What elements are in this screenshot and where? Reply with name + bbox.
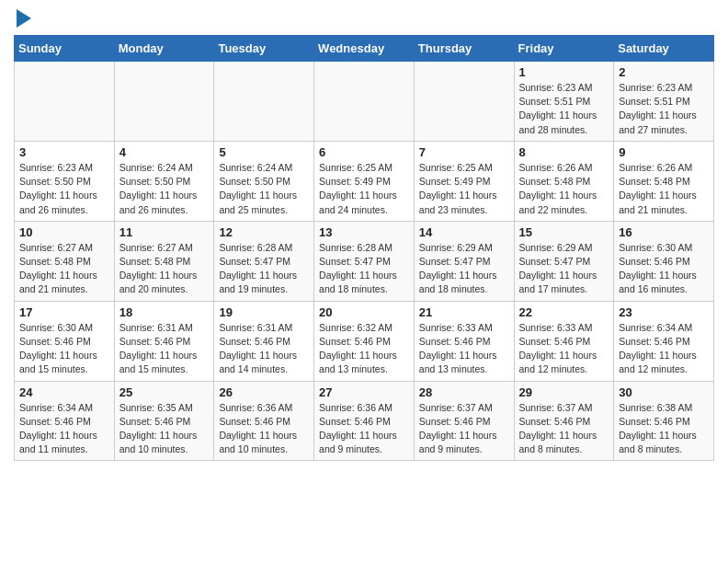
calendar-day-cell: 29Sunrise: 6:37 AM Sunset: 5:46 PM Dayli… xyxy=(514,381,614,461)
day-info: Sunrise: 6:34 AM Sunset: 5:46 PM Dayligh… xyxy=(619,321,709,377)
day-info: Sunrise: 6:33 AM Sunset: 5:46 PM Dayligh… xyxy=(519,321,609,377)
calendar-day-cell: 13Sunrise: 6:28 AM Sunset: 5:47 PM Dayli… xyxy=(314,221,415,301)
calendar-day-cell: 21Sunrise: 6:33 AM Sunset: 5:46 PM Dayli… xyxy=(414,301,514,381)
day-number: 9 xyxy=(619,145,709,159)
calendar-day-cell: 28Sunrise: 6:37 AM Sunset: 5:46 PM Dayli… xyxy=(414,381,514,461)
calendar-day-cell: 15Sunrise: 6:29 AM Sunset: 5:47 PM Dayli… xyxy=(514,221,614,301)
calendar-week-row: 1Sunrise: 6:23 AM Sunset: 5:51 PM Daylig… xyxy=(15,62,714,142)
calendar-day-cell: 14Sunrise: 6:29 AM Sunset: 5:47 PM Dayli… xyxy=(414,221,514,301)
calendar-day-cell xyxy=(214,62,314,142)
day-info: Sunrise: 6:23 AM Sunset: 5:50 PM Dayligh… xyxy=(19,161,109,217)
day-number: 4 xyxy=(119,145,210,159)
day-info: Sunrise: 6:26 AM Sunset: 5:48 PM Dayligh… xyxy=(519,161,609,217)
day-info: Sunrise: 6:28 AM Sunset: 5:47 PM Dayligh… xyxy=(219,241,309,297)
day-info: Sunrise: 6:25 AM Sunset: 5:49 PM Dayligh… xyxy=(319,161,409,217)
calendar-day-cell: 26Sunrise: 6:36 AM Sunset: 5:46 PM Dayli… xyxy=(214,381,314,461)
calendar-day-cell: 2Sunrise: 6:23 AM Sunset: 5:51 PM Daylig… xyxy=(614,62,714,142)
day-info: Sunrise: 6:24 AM Sunset: 5:50 PM Dayligh… xyxy=(219,161,309,217)
calendar-day-cell: 17Sunrise: 6:30 AM Sunset: 5:46 PM Dayli… xyxy=(15,301,115,381)
page-header xyxy=(14,9,714,28)
day-number: 10 xyxy=(19,225,109,239)
logo xyxy=(14,9,31,28)
day-info: Sunrise: 6:29 AM Sunset: 5:47 PM Dayligh… xyxy=(419,241,509,297)
calendar-week-row: 17Sunrise: 6:30 AM Sunset: 5:46 PM Dayli… xyxy=(15,301,714,381)
day-info: Sunrise: 6:25 AM Sunset: 5:49 PM Dayligh… xyxy=(419,161,509,217)
day-number: 2 xyxy=(619,65,709,79)
calendar-day-cell xyxy=(414,62,514,142)
day-number: 6 xyxy=(319,145,409,159)
calendar-day-cell: 12Sunrise: 6:28 AM Sunset: 5:47 PM Dayli… xyxy=(214,221,314,301)
day-info: Sunrise: 6:31 AM Sunset: 5:46 PM Dayligh… xyxy=(119,321,210,377)
calendar-day-cell: 22Sunrise: 6:33 AM Sunset: 5:46 PM Dayli… xyxy=(514,301,614,381)
calendar-day-cell: 20Sunrise: 6:32 AM Sunset: 5:46 PM Dayli… xyxy=(314,301,415,381)
calendar-day-cell: 24Sunrise: 6:34 AM Sunset: 5:46 PM Dayli… xyxy=(15,381,115,461)
day-number: 13 xyxy=(319,225,409,239)
day-info: Sunrise: 6:23 AM Sunset: 5:51 PM Dayligh… xyxy=(519,81,609,137)
day-number: 30 xyxy=(619,385,709,399)
day-number: 21 xyxy=(419,305,509,319)
calendar-day-cell: 16Sunrise: 6:30 AM Sunset: 5:46 PM Dayli… xyxy=(614,221,714,301)
day-number: 18 xyxy=(119,305,210,319)
day-info: Sunrise: 6:34 AM Sunset: 5:46 PM Dayligh… xyxy=(19,401,109,457)
weekday-header-cell: Wednesday xyxy=(314,36,415,62)
calendar-day-cell: 10Sunrise: 6:27 AM Sunset: 5:48 PM Dayli… xyxy=(15,221,115,301)
weekday-header-cell: Thursday xyxy=(414,36,514,62)
day-number: 20 xyxy=(319,305,409,319)
calendar-day-cell: 4Sunrise: 6:24 AM Sunset: 5:50 PM Daylig… xyxy=(114,141,214,221)
calendar-day-cell: 23Sunrise: 6:34 AM Sunset: 5:46 PM Dayli… xyxy=(614,301,714,381)
calendar-day-cell: 18Sunrise: 6:31 AM Sunset: 5:46 PM Dayli… xyxy=(114,301,214,381)
calendar-week-row: 3Sunrise: 6:23 AM Sunset: 5:50 PM Daylig… xyxy=(15,141,714,221)
day-number: 26 xyxy=(219,385,309,399)
day-info: Sunrise: 6:30 AM Sunset: 5:46 PM Dayligh… xyxy=(619,241,709,297)
calendar-day-cell: 5Sunrise: 6:24 AM Sunset: 5:50 PM Daylig… xyxy=(214,141,314,221)
day-number: 19 xyxy=(219,305,309,319)
day-number: 23 xyxy=(619,305,709,319)
calendar-day-cell: 19Sunrise: 6:31 AM Sunset: 5:46 PM Dayli… xyxy=(214,301,314,381)
day-number: 3 xyxy=(19,145,109,159)
day-info: Sunrise: 6:36 AM Sunset: 5:46 PM Dayligh… xyxy=(219,401,309,457)
calendar-day-cell: 27Sunrise: 6:36 AM Sunset: 5:46 PM Dayli… xyxy=(314,381,415,461)
day-number: 17 xyxy=(19,305,109,319)
weekday-header-cell: Friday xyxy=(514,36,614,62)
day-info: Sunrise: 6:26 AM Sunset: 5:48 PM Dayligh… xyxy=(619,161,709,217)
day-number: 29 xyxy=(519,385,609,399)
day-info: Sunrise: 6:37 AM Sunset: 5:46 PM Dayligh… xyxy=(419,401,509,457)
day-info: Sunrise: 6:30 AM Sunset: 5:46 PM Dayligh… xyxy=(19,321,109,377)
weekday-header-row: SundayMondayTuesdayWednesdayThursdayFrid… xyxy=(15,36,714,62)
day-number: 22 xyxy=(519,305,609,319)
calendar-week-row: 24Sunrise: 6:34 AM Sunset: 5:46 PM Dayli… xyxy=(15,381,714,461)
calendar-table: SundayMondayTuesdayWednesdayThursdayFrid… xyxy=(14,35,714,461)
calendar-day-cell xyxy=(15,62,115,142)
weekday-header-cell: Saturday xyxy=(614,36,714,62)
calendar-body: 1Sunrise: 6:23 AM Sunset: 5:51 PM Daylig… xyxy=(15,62,714,461)
day-info: Sunrise: 6:36 AM Sunset: 5:46 PM Dayligh… xyxy=(319,401,409,457)
day-number: 15 xyxy=(519,225,609,239)
calendar-day-cell: 6Sunrise: 6:25 AM Sunset: 5:49 PM Daylig… xyxy=(314,141,415,221)
calendar-week-row: 10Sunrise: 6:27 AM Sunset: 5:48 PM Dayli… xyxy=(15,221,714,301)
calendar-day-cell: 7Sunrise: 6:25 AM Sunset: 5:49 PM Daylig… xyxy=(414,141,514,221)
day-info: Sunrise: 6:32 AM Sunset: 5:46 PM Dayligh… xyxy=(319,321,409,377)
day-number: 24 xyxy=(19,385,109,399)
day-number: 8 xyxy=(519,145,609,159)
weekday-header-cell: Tuesday xyxy=(214,36,314,62)
logo-arrow-icon xyxy=(17,9,31,28)
day-number: 7 xyxy=(419,145,509,159)
day-number: 11 xyxy=(119,225,210,239)
day-info: Sunrise: 6:27 AM Sunset: 5:48 PM Dayligh… xyxy=(19,241,109,297)
day-info: Sunrise: 6:37 AM Sunset: 5:46 PM Dayligh… xyxy=(519,401,609,457)
day-number: 5 xyxy=(219,145,309,159)
day-info: Sunrise: 6:27 AM Sunset: 5:48 PM Dayligh… xyxy=(119,241,210,297)
calendar-day-cell: 9Sunrise: 6:26 AM Sunset: 5:48 PM Daylig… xyxy=(614,141,714,221)
day-number: 1 xyxy=(519,65,609,79)
day-info: Sunrise: 6:33 AM Sunset: 5:46 PM Dayligh… xyxy=(419,321,509,377)
day-number: 12 xyxy=(219,225,309,239)
day-number: 27 xyxy=(319,385,409,399)
calendar-day-cell: 1Sunrise: 6:23 AM Sunset: 5:51 PM Daylig… xyxy=(514,62,614,142)
calendar-day-cell: 25Sunrise: 6:35 AM Sunset: 5:46 PM Dayli… xyxy=(114,381,214,461)
calendar-day-cell: 3Sunrise: 6:23 AM Sunset: 5:50 PM Daylig… xyxy=(15,141,115,221)
day-info: Sunrise: 6:31 AM Sunset: 5:46 PM Dayligh… xyxy=(219,321,309,377)
calendar-day-cell: 8Sunrise: 6:26 AM Sunset: 5:48 PM Daylig… xyxy=(514,141,614,221)
day-info: Sunrise: 6:28 AM Sunset: 5:47 PM Dayligh… xyxy=(319,241,409,297)
weekday-header-cell: Sunday xyxy=(15,36,115,62)
day-info: Sunrise: 6:38 AM Sunset: 5:46 PM Dayligh… xyxy=(619,401,709,457)
